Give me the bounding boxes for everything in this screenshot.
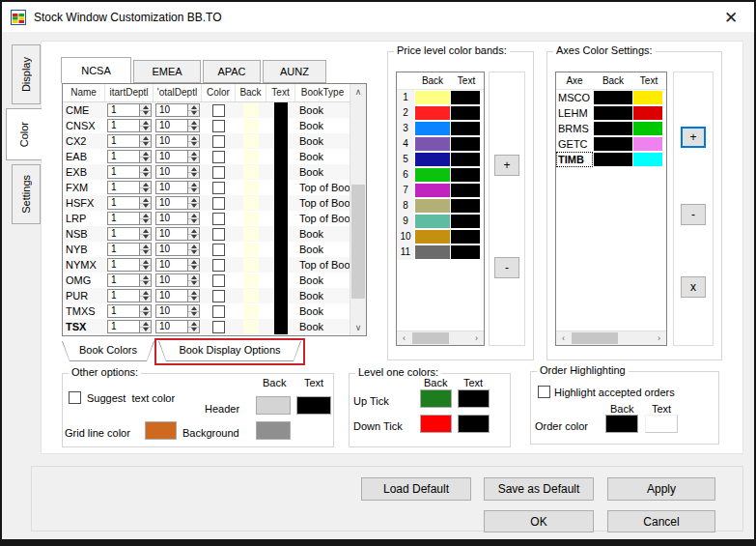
start-depth-stepper[interactable]: 1 <box>105 227 154 241</box>
scroll-left-icon[interactable]: ‹ <box>397 331 411 345</box>
spin-down-icon[interactable] <box>188 157 199 163</box>
start-depth-stepper[interactable]: 1 <box>105 134 154 148</box>
ok-button[interactable]: OK <box>484 510 594 532</box>
color-checkbox[interactable] <box>212 290 225 302</box>
spin-down-icon[interactable] <box>188 203 199 210</box>
total-depth-stepper[interactable]: 10 <box>154 103 202 117</box>
spin-down-icon[interactable] <box>140 110 151 117</box>
start-depth-stepper[interactable]: 1 <box>105 243 154 256</box>
text-color-swatch[interactable] <box>274 273 288 288</box>
axis-back-swatch[interactable] <box>594 153 632 166</box>
add-band-button[interactable]: + <box>494 155 519 176</box>
color-checkbox[interactable] <box>212 197 225 210</box>
spin-down-icon[interactable] <box>188 265 199 272</box>
back-color-swatch[interactable] <box>243 304 259 318</box>
band-back-swatch[interactable] <box>415 230 450 244</box>
spin-down-icon[interactable] <box>188 218 199 225</box>
total-depth-stepper[interactable]: 10 <box>154 181 202 194</box>
band-text-swatch[interactable] <box>451 168 480 182</box>
back-color-swatch[interactable] <box>243 181 259 194</box>
close-icon[interactable]: ✕ <box>719 6 742 29</box>
axis-text-swatch[interactable] <box>633 137 662 151</box>
spin-down-icon[interactable] <box>188 110 199 117</box>
band-text-swatch[interactable] <box>451 153 480 166</box>
back-color-swatch[interactable] <box>243 258 259 272</box>
spin-down-icon[interactable] <box>188 296 199 302</box>
axis-back-swatch[interactable] <box>594 122 632 135</box>
band-text-swatch[interactable] <box>451 122 480 135</box>
color-checkbox[interactable] <box>212 213 225 225</box>
scrollbar-thumb[interactable] <box>351 185 365 299</box>
text-color-swatch[interactable] <box>274 226 288 242</box>
axis-text-swatch[interactable] <box>633 122 662 135</box>
color-checkbox[interactable] <box>212 166 225 179</box>
save-as-default-button[interactable]: Save as Default <box>484 477 594 501</box>
total-depth-stepper[interactable]: 10 <box>154 289 202 302</box>
spin-down-icon[interactable] <box>188 249 199 256</box>
order-text-swatch[interactable] <box>645 415 678 433</box>
header-text-swatch[interactable] <box>296 396 331 415</box>
text-color-swatch[interactable] <box>274 257 288 273</box>
spin-down-icon[interactable] <box>140 265 151 272</box>
back-color-swatch[interactable] <box>243 165 259 179</box>
suggest-text-color-checkbox[interactable] <box>69 391 81 404</box>
total-depth-stepper[interactable]: 10 <box>154 165 202 179</box>
add-axis-button[interactable]: + <box>681 127 706 148</box>
band-text-swatch[interactable] <box>451 137 480 151</box>
scroll-right-icon[interactable]: › <box>469 331 484 345</box>
start-depth-stepper[interactable]: 1 <box>105 119 154 132</box>
band-back-swatch[interactable] <box>415 199 450 213</box>
axis-back-swatch[interactable] <box>594 91 632 104</box>
total-depth-stepper[interactable]: 10 <box>154 150 202 163</box>
grid-line-color-swatch[interactable] <box>145 421 177 440</box>
text-color-swatch[interactable] <box>274 211 288 226</box>
axis-text-swatch[interactable] <box>633 106 662 120</box>
band-text-swatch[interactable] <box>451 91 480 104</box>
tab-aunz[interactable]: AUNZ <box>263 60 326 83</box>
down-tick-text-swatch[interactable] <box>458 415 490 433</box>
total-depth-stepper[interactable]: 10 <box>154 227 202 241</box>
back-color-swatch[interactable] <box>243 320 259 333</box>
total-depth-stepper[interactable]: 10 <box>154 196 202 210</box>
color-checkbox[interactable] <box>212 182 225 194</box>
color-checkbox[interactable] <box>212 228 225 241</box>
spin-down-icon[interactable] <box>140 280 151 287</box>
spin-down-icon[interactable] <box>140 203 151 210</box>
up-tick-text-swatch[interactable] <box>458 389 490 408</box>
axis-text-swatch[interactable] <box>633 91 662 104</box>
band-back-swatch[interactable] <box>415 106 450 120</box>
band-back-swatch[interactable] <box>415 184 450 197</box>
back-color-swatch[interactable] <box>243 103 259 117</box>
background-swatch[interactable] <box>256 421 291 440</box>
back-color-swatch[interactable] <box>243 243 259 256</box>
color-checkbox[interactable] <box>212 321 225 333</box>
scroll-right-icon[interactable]: › <box>652 331 666 345</box>
total-depth-stepper[interactable]: 10 <box>154 119 202 132</box>
start-depth-stepper[interactable]: 1 <box>105 181 154 194</box>
spin-down-icon[interactable] <box>188 280 199 287</box>
start-depth-stepper[interactable]: 1 <box>105 258 154 272</box>
spin-down-icon[interactable] <box>188 187 199 194</box>
start-depth-stepper[interactable]: 1 <box>105 212 154 225</box>
band-text-swatch[interactable] <box>451 184 480 197</box>
tab-emea[interactable]: EMEA <box>133 60 201 83</box>
band-text-swatch[interactable] <box>451 230 480 244</box>
total-depth-stepper[interactable]: 10 <box>154 304 202 318</box>
total-depth-stepper[interactable]: 10 <box>154 212 202 225</box>
color-checkbox[interactable] <box>212 120 225 132</box>
back-color-swatch[interactable] <box>243 212 259 225</box>
spin-down-icon[interactable] <box>140 141 151 148</box>
back-color-swatch[interactable] <box>243 150 259 163</box>
text-color-swatch[interactable] <box>274 319 288 334</box>
band-text-swatch[interactable] <box>451 106 480 120</box>
text-color-swatch[interactable] <box>274 180 288 195</box>
band-back-swatch[interactable] <box>415 122 450 135</box>
delete-axis-button[interactable]: x <box>681 276 706 298</box>
band-back-swatch[interactable] <box>415 245 450 259</box>
spin-down-icon[interactable] <box>188 327 199 333</box>
spin-down-icon[interactable] <box>140 218 151 225</box>
band-text-swatch[interactable] <box>451 199 480 213</box>
remove-band-button[interactable]: - <box>494 257 519 278</box>
spin-down-icon[interactable] <box>188 311 199 318</box>
band-text-swatch[interactable] <box>451 245 480 259</box>
